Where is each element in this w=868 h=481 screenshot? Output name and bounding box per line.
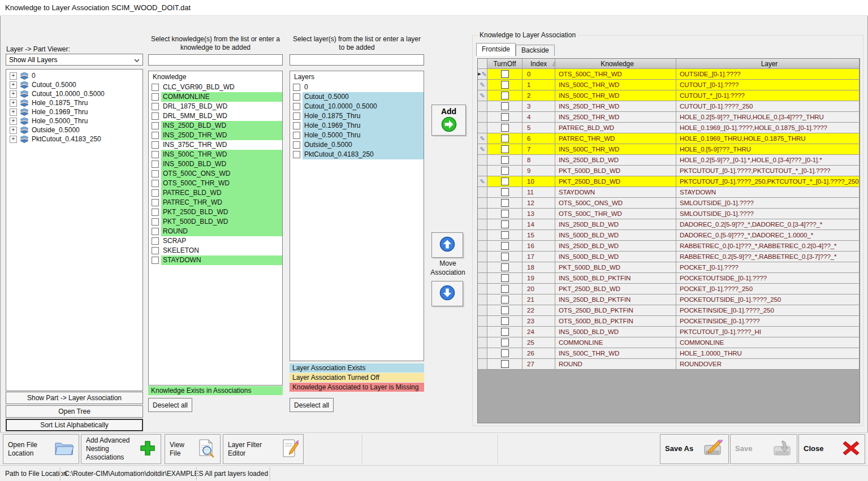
turnoff-column-header[interactable]: TurnOff xyxy=(487,59,522,69)
open-tree-button[interactable]: Open Tree xyxy=(6,405,143,418)
turnoff-cell[interactable] xyxy=(487,176,522,187)
knowledge-item-checkbox[interactable] xyxy=(152,151,159,158)
turnoff-cell[interactable] xyxy=(487,90,522,101)
turnoff-checkbox[interactable] xyxy=(501,349,509,357)
knowledge-cell[interactable]: INS_250D_BLD_WD xyxy=(555,155,676,166)
knowledge-item-checkbox[interactable] xyxy=(152,247,159,254)
table-row[interactable]: 25COMMONLINECOMMONLINE xyxy=(478,337,860,348)
layers-deselect-all-button[interactable]: Deselect all xyxy=(290,398,334,412)
layer-list-item[interactable]: Cutout_0.5000 xyxy=(290,92,424,102)
knowledge-list-item[interactable]: INS_500C_THR_WD xyxy=(149,150,282,159)
move-association-up-button[interactable] xyxy=(431,232,463,258)
tree-item[interactable]: +Hole_0.1969_Thru xyxy=(6,107,142,116)
tree-item[interactable]: +0 xyxy=(6,71,142,80)
turnoff-cell[interactable] xyxy=(487,187,522,198)
tree-item[interactable]: +Cutout_0.5000 xyxy=(6,80,142,89)
turnoff-checkbox[interactable] xyxy=(501,92,509,99)
table-row[interactable]: 26INS_500C_THR_WDHOLE_1.0000_THRU xyxy=(478,348,860,359)
tree-item[interactable]: +Cutout_10.0000_0.5000 xyxy=(6,89,142,98)
knowledge-item-checkbox[interactable] xyxy=(152,209,159,216)
turnoff-cell[interactable] xyxy=(487,155,522,166)
open-file-location-button[interactable]: Open File Location xyxy=(3,434,79,464)
row-selector-cell[interactable] xyxy=(478,252,487,262)
layer-item-checkbox[interactable] xyxy=(293,112,300,120)
turnoff-checkbox[interactable] xyxy=(501,306,509,314)
turnoff-cell[interactable] xyxy=(487,101,522,112)
knowledge-cell[interactable]: PKT_500D_BLD_WD xyxy=(555,262,676,273)
layer-cell[interactable]: HOLE_0.2[5-9]??_[0-1].*,HOLE_0.[3-4]???_… xyxy=(676,155,860,166)
table-row[interactable]: ▶✎0OTS_500C_THR_WDOUTSIDE_[0-1].???? xyxy=(478,69,860,80)
table-row[interactable]: 16INS_250D_BLD_WDRABBETREC_0.[0-1]???_*,… xyxy=(478,241,860,252)
row-selector-cell[interactable] xyxy=(478,155,487,166)
knowledge-list-item[interactable]: SCRAP xyxy=(149,236,282,246)
knowledge-cell[interactable]: PATREC_THR_WD xyxy=(555,133,676,144)
layer-item-checkbox[interactable] xyxy=(293,84,300,91)
knowledge-item-checkbox[interactable] xyxy=(152,93,159,101)
turnoff-cell[interactable] xyxy=(487,316,522,327)
knowledge-list-item[interactable]: INS_250D_BLD_WD xyxy=(149,121,282,131)
turnoff-cell[interactable] xyxy=(487,209,522,219)
knowledge-cell[interactable]: INS_500C_THR_WD xyxy=(555,144,676,155)
row-selector-cell[interactable] xyxy=(478,166,487,176)
layer-cell[interactable]: POCKETOUTSIDE_[0-1].???? xyxy=(676,273,860,284)
turnoff-checkbox[interactable] xyxy=(501,274,509,282)
knowledge-cell[interactable]: PKT_250D_BLD_WD xyxy=(555,176,676,187)
layer-cell[interactable]: POCKET_[0-1].????_250 xyxy=(676,284,860,294)
table-row[interactable]: 21INS_250D_BLD_PKTFINPOCKETOUTSIDE_[0-1]… xyxy=(478,294,860,305)
table-row[interactable]: ✎2INS_500C_THR_WDCUTOUT_*_[0-1].???? xyxy=(478,90,860,101)
knowledge-cell[interactable]: INS_500D_BLD_WD xyxy=(555,252,676,262)
turnoff-checkbox[interactable] xyxy=(501,113,509,121)
knowledge-list-item[interactable]: INS_500D_BLD_WD xyxy=(149,159,282,169)
layer-cell[interactable]: PKTCUTOUT_[0-1].????_HI xyxy=(676,327,860,337)
turnoff-cell[interactable] xyxy=(487,241,522,252)
turnoff-checkbox[interactable] xyxy=(501,102,509,110)
show-layers-dropdown[interactable]: Show All Layers xyxy=(6,54,143,66)
layer-cell[interactable]: OUTSIDE_[0-1].???? xyxy=(676,69,860,80)
turnoff-checkbox[interactable] xyxy=(501,135,509,142)
knowledge-list-item[interactable]: COMMONLINE xyxy=(149,92,282,102)
turnoff-checkbox[interactable] xyxy=(501,81,509,89)
knowledge-cell[interactable]: COMMONLINE xyxy=(555,337,676,348)
knowledge-item-checkbox[interactable] xyxy=(152,199,159,206)
knowledge-item-checkbox[interactable] xyxy=(152,112,159,120)
turnoff-cell[interactable] xyxy=(487,284,522,294)
layer-cell[interactable]: PKTCUTOUT_[0-1].????_250,PKTCUTOUT_*_[0-… xyxy=(676,176,860,187)
turnoff-checkbox[interactable] xyxy=(501,296,509,304)
turnoff-checkbox[interactable] xyxy=(501,167,509,175)
knowledge-cell[interactable]: INS_250D_BLD_PKTFIN xyxy=(555,294,676,305)
turnoff-cell[interactable] xyxy=(487,69,522,80)
knowledge-cell[interactable]: PKT_250D_BLD_WD xyxy=(555,284,676,294)
knowledge-list-item[interactable]: INS_250D_THR_WD xyxy=(149,131,282,140)
knowledge-cell[interactable]: INS_500C_THR_WD xyxy=(555,348,676,359)
turnoff-cell[interactable] xyxy=(487,112,522,123)
tree-expand-icon[interactable]: + xyxy=(10,118,17,125)
layer-list-item[interactable]: Hole_0.1969_Thru xyxy=(290,121,424,131)
layer-cell[interactable]: ROUNDOVER xyxy=(676,359,860,370)
table-row[interactable]: 22OTS_250D_BLD_PKTFINPOCKETINSIDE_[0-1].… xyxy=(478,305,860,316)
layer-cell[interactable]: PKTCUTOUT_[0-1].????,PKTCUTOUT_*_[0-1].?… xyxy=(676,166,860,176)
turnoff-checkbox[interactable] xyxy=(501,231,509,239)
turnoff-checkbox[interactable] xyxy=(501,242,509,250)
knowledge-cell[interactable]: INS_500D_BLD_PKTFIN xyxy=(555,273,676,284)
table-row[interactable]: 8INS_250D_BLD_WDHOLE_0.2[5-9]??_[0-1].*,… xyxy=(478,155,860,166)
knowledge-item-checkbox[interactable] xyxy=(152,189,159,197)
sort-list-alphabetically-button[interactable]: Sort List Alphabetically xyxy=(6,419,143,431)
layer-list-item[interactable]: PktCutout_0.4183_250 xyxy=(290,150,424,159)
row-selector-cell[interactable] xyxy=(478,316,487,327)
turnoff-checkbox[interactable] xyxy=(501,199,509,207)
knowledge-list-item[interactable]: SKELETON xyxy=(149,246,282,255)
close-button[interactable]: Close xyxy=(798,434,865,464)
layer-item-checkbox[interactable] xyxy=(293,132,300,139)
turnoff-cell[interactable] xyxy=(487,133,522,144)
layer-column-header[interactable]: Layer xyxy=(676,59,860,69)
layer-cell[interactable]: POCKETINSIDE_[0-1].???? xyxy=(676,316,860,327)
layer-item-checkbox[interactable] xyxy=(293,93,300,101)
add-association-button[interactable]: Add xyxy=(431,105,466,136)
knowledge-item-checkbox[interactable] xyxy=(152,218,159,226)
knowledge-cell[interactable]: ROUND xyxy=(555,359,676,370)
turnoff-cell[interactable] xyxy=(487,337,522,348)
layer-filter-editor-button[interactable]: Layer Filter Editor xyxy=(223,434,304,464)
knowledge-list-item[interactable]: PATREC_BLD_WD xyxy=(149,188,282,198)
layer-cell[interactable]: HOLE_0.1969_THRU,HOLE_0.1875_THRU xyxy=(676,133,860,144)
knowledge-cell[interactable]: STAYDOWN xyxy=(555,187,676,198)
